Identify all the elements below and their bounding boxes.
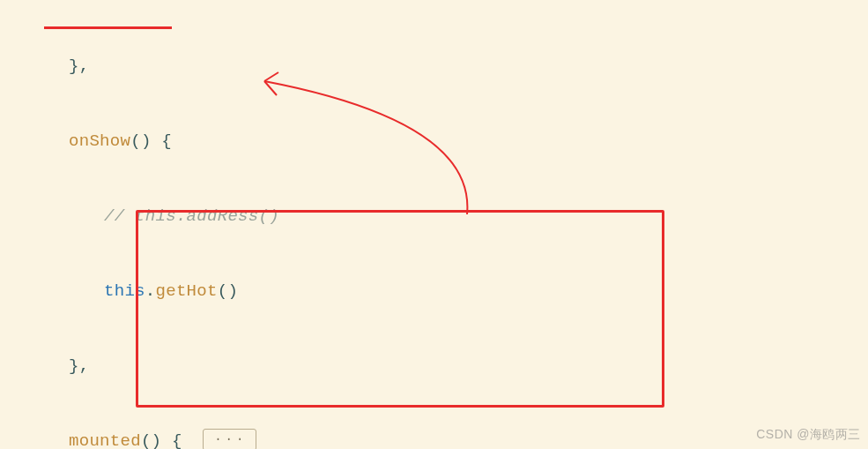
method-name: getHot [156,281,218,301]
code-line: // this.addRess() [0,204,868,228]
code-line: }, [0,54,868,79]
watermark: CSDN @海鸥两三 [756,425,861,444]
text: }, [69,356,89,376]
code-line: this.getHot() [0,279,868,303]
code-block: }, onShow() { // this.addRess() this.get… [0,0,868,449]
function-name: mounted [69,431,141,449]
code-line: onShow() { [0,129,868,153]
text: }, [69,56,89,76]
function-name: onShow [69,131,130,151]
fold-button[interactable]: ··· [203,429,256,449]
annotation-underline [44,26,172,29]
code-line: }, [0,354,868,378]
comment: // this.addRess() [104,206,279,226]
code-line: mounted() { ··· [0,429,868,449]
keyword-this: this [104,281,145,301]
